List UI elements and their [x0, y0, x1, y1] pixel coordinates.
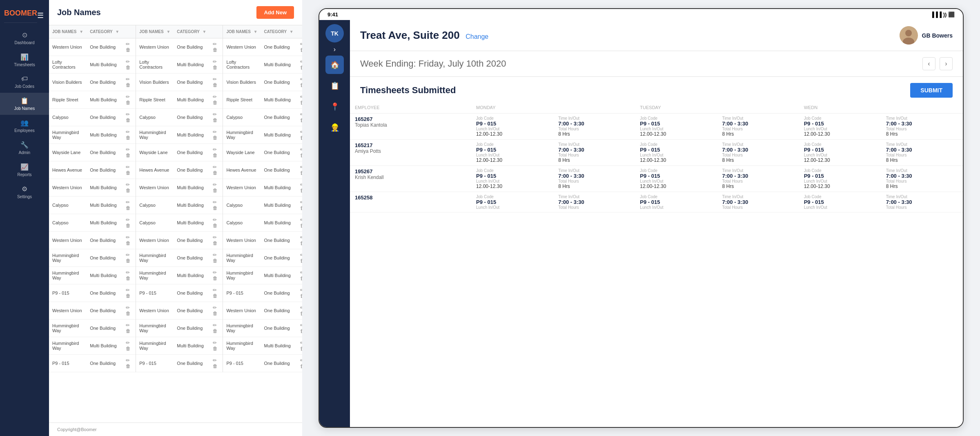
delete-icon[interactable]: 🗑 — [213, 223, 218, 228]
edit-icon[interactable]: ✏ — [213, 182, 217, 188]
delete-icon[interactable]: 🗑 — [213, 293, 218, 299]
delete-icon[interactable]: 🗑 — [213, 240, 218, 246]
edit-icon[interactable]: ✏ — [126, 147, 130, 152]
edit-icon[interactable]: ✏ — [126, 129, 130, 135]
edit-icon[interactable]: ✏ — [213, 129, 217, 135]
delete-icon[interactable]: 🗑 — [126, 47, 131, 53]
action-cells: ✏ 🗑 — [209, 214, 223, 232]
edit-icon[interactable]: ✏ — [126, 94, 130, 100]
category-cell: Multi Building — [261, 179, 297, 197]
delete-icon[interactable]: 🗑 — [126, 117, 131, 123]
edit-icon[interactable]: ✏ — [126, 270, 130, 275]
edit-icon[interactable]: ✏ — [126, 112, 130, 117]
edit-icon[interactable]: ✏ — [126, 76, 130, 82]
edit-icon[interactable]: ✏ — [126, 322, 130, 328]
delete-icon[interactable]: 🗑 — [126, 293, 131, 299]
sidebar-item-admin[interactable]: 🔧 Admin — [0, 137, 49, 159]
delete-icon[interactable]: 🗑 — [126, 100, 131, 105]
edit-icon[interactable]: ✏ — [213, 112, 217, 117]
edit-icon[interactable]: ✏ — [213, 358, 217, 363]
edit-icon[interactable]: ✏ — [126, 164, 130, 170]
edit-icon[interactable]: ✏ — [126, 182, 130, 188]
edit-icon[interactable]: ✏ — [213, 147, 217, 152]
delete-icon[interactable]: 🗑 — [213, 363, 218, 369]
delete-icon[interactable]: 🗑 — [213, 82, 218, 88]
submit-button[interactable]: SUBMIT — [910, 83, 953, 98]
delete-icon[interactable]: 🗑 — [213, 188, 218, 193]
delete-icon[interactable]: 🗑 — [126, 311, 131, 316]
edit-icon[interactable]: ✏ — [213, 235, 217, 240]
delete-icon[interactable]: 🗑 — [126, 82, 131, 88]
next-week-button[interactable]: › — [940, 57, 953, 70]
mobile-nav-location[interactable]: 📍 — [325, 97, 344, 116]
edit-icon[interactable]: ✏ — [213, 322, 217, 328]
delete-icon[interactable]: 🗑 — [126, 223, 131, 228]
delete-icon[interactable]: 🗑 — [126, 258, 131, 264]
delete-icon[interactable]: 🗑 — [126, 346, 131, 351]
change-link[interactable]: Change — [466, 33, 488, 40]
delete-icon[interactable]: 🗑 — [213, 311, 218, 316]
nav-arrow[interactable]: › — [334, 46, 336, 53]
delete-icon[interactable]: 🗑 — [213, 258, 218, 264]
action-cells: ✏ 🗑 — [122, 302, 136, 320]
delete-icon[interactable]: 🗑 — [213, 65, 218, 70]
delete-icon[interactable]: 🗑 — [213, 100, 218, 105]
delete-icon[interactable]: 🗑 — [213, 152, 218, 158]
delete-icon[interactable]: 🗑 — [213, 328, 218, 334]
delete-icon[interactable]: 🗑 — [213, 47, 218, 53]
prev-week-button[interactable]: ‹ — [922, 57, 935, 70]
category-cell: One Building — [261, 144, 297, 161]
menu-icon[interactable]: ☰ — [37, 11, 44, 20]
edit-icon[interactable]: ✏ — [213, 41, 217, 47]
delete-icon[interactable]: 🗑 — [126, 328, 131, 334]
sidebar-item-reports[interactable]: 📈 Reports — [0, 159, 49, 181]
delete-icon[interactable]: 🗑 — [126, 65, 131, 70]
edit-icon[interactable]: ✏ — [126, 305, 130, 311]
add-new-button[interactable]: Add New — [256, 6, 294, 19]
edit-icon[interactable]: ✏ — [213, 59, 217, 65]
delete-icon[interactable]: 🗑 — [126, 135, 131, 141]
edit-icon[interactable]: ✏ — [213, 252, 217, 258]
edit-icon[interactable]: ✏ — [126, 199, 130, 205]
delete-icon[interactable]: 🗑 — [126, 205, 131, 211]
mobile-nav-worker[interactable]: 👷 — [325, 118, 344, 136]
edit-icon[interactable]: ✏ — [213, 164, 217, 170]
sidebar-item-job-names[interactable]: 📋 Job Names — [0, 93, 49, 115]
edit-icon[interactable]: ✏ — [126, 41, 130, 47]
edit-icon[interactable]: ✏ — [213, 287, 217, 293]
delete-icon[interactable]: 🗑 — [126, 188, 131, 193]
sidebar-item-timesheets[interactable]: 📊 Timesheets — [0, 49, 49, 71]
edit-icon[interactable]: ✏ — [126, 252, 130, 258]
delete-icon[interactable]: 🗑 — [213, 346, 218, 351]
delete-icon[interactable]: 🗑 — [126, 152, 131, 158]
edit-icon[interactable]: ✏ — [213, 94, 217, 100]
edit-icon[interactable]: ✏ — [213, 270, 217, 275]
sidebar-item-dashboard[interactable]: ⊙ Dashboard — [0, 27, 49, 49]
edit-icon[interactable]: ✏ — [126, 358, 130, 363]
delete-icon[interactable]: 🗑 — [126, 363, 131, 369]
edit-icon[interactable]: ✏ — [126, 340, 130, 346]
edit-icon[interactable]: ✏ — [213, 217, 217, 223]
delete-icon[interactable]: 🗑 — [126, 170, 131, 176]
delete-icon[interactable]: 🗑 — [126, 240, 131, 246]
mobile-nav-home[interactable]: 🏠 — [325, 56, 344, 74]
delete-icon[interactable]: 🗑 — [213, 275, 218, 281]
delete-icon[interactable]: 🗑 — [213, 135, 218, 141]
mobile-nav-timesheet[interactable]: 📋 — [325, 76, 344, 95]
sidebar-item-settings[interactable]: ⚙ Settings — [0, 181, 49, 203]
edit-icon[interactable]: ✏ — [213, 76, 217, 82]
edit-icon[interactable]: ✏ — [213, 305, 217, 311]
edit-icon[interactable]: ✏ — [213, 340, 217, 346]
edit-icon[interactable]: ✏ — [213, 199, 217, 205]
edit-icon[interactable]: ✏ — [126, 287, 130, 293]
edit-icon[interactable]: ✏ — [126, 59, 130, 65]
edit-icon[interactable]: ✏ — [126, 217, 130, 223]
edit-icon[interactable]: ✏ — [126, 235, 130, 240]
delete-icon[interactable]: 🗑 — [213, 117, 218, 123]
sidebar-item-employees[interactable]: 👥 Employees — [0, 115, 49, 137]
delete-icon[interactable]: 🗑 — [213, 170, 218, 176]
sidebar-item-job-codes[interactable]: 🏷 Job Codes — [0, 71, 49, 93]
job-name-cell: Lofty Contractors — [136, 56, 174, 74]
delete-icon[interactable]: 🗑 — [213, 205, 218, 211]
delete-icon[interactable]: 🗑 — [126, 275, 131, 281]
